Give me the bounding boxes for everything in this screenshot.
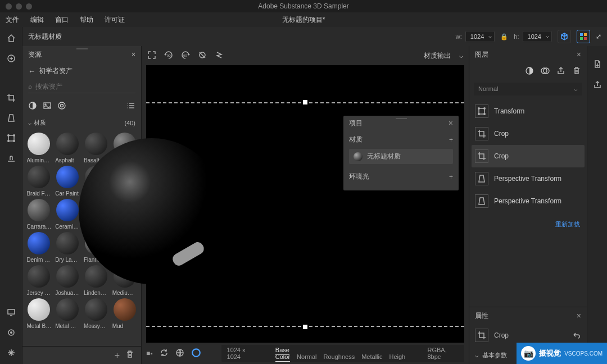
caret-down-icon[interactable]: ⌵: [28, 120, 31, 126]
trash-icon[interactable]: [572, 66, 581, 77]
filter-image-icon[interactable]: [43, 101, 52, 112]
height-select[interactable]: 1024: [523, 31, 552, 42]
perspective-icon[interactable]: [6, 112, 17, 124]
filter-material-icon[interactable]: [28, 101, 37, 112]
add-circle-icon[interactable]: [6, 53, 17, 64]
back-arrow-icon[interactable]: ←: [28, 67, 35, 75]
arrows-out-icon[interactable]: [147, 51, 156, 61]
menu-window[interactable]: 窗口: [55, 15, 69, 25]
layer-item[interactable]: Perspective Transform: [472, 190, 585, 212]
camera-logo-icon: 📷: [521, 346, 536, 361]
list-view-icon[interactable]: [126, 101, 135, 112]
asset-item[interactable]: Dry Lau…: [55, 232, 81, 263]
right-panels: 图层× Normal⌵ TransformCropCropPerspective…: [469, 46, 587, 364]
asset-item[interactable]: Mud: [111, 298, 138, 329]
asset-label: Dry Lau…: [55, 257, 80, 263]
refresh-icon[interactable]: [160, 348, 169, 359]
transform-icon[interactable]: [6, 133, 17, 144]
layers-title: 图层: [475, 50, 488, 60]
flip-v-icon[interactable]: [215, 51, 224, 61]
rotate-ccw-icon[interactable]: 90: [164, 51, 173, 61]
asset-item[interactable]: Joshua …: [55, 265, 81, 296]
add-env-icon[interactable]: +: [449, 173, 453, 181]
add-material-icon[interactable]: +: [449, 136, 453, 144]
share-icon[interactable]: [593, 80, 602, 91]
filter-ring-icon[interactable]: [57, 101, 66, 112]
rotate-cw-icon[interactable]: 90: [181, 51, 190, 61]
window-controls[interactable]: [0, 3, 32, 10]
camera-icon[interactable]: ■▪: [146, 349, 153, 357]
mask-circle-icon[interactable]: [525, 66, 534, 77]
search-input[interactable]: [35, 83, 135, 90]
cube-3d-icon[interactable]: [558, 30, 571, 43]
drag-handle-icon[interactable]: [76, 48, 88, 49]
asset-item[interactable]: Metal …: [55, 298, 81, 329]
gear-planet-icon[interactable]: [6, 327, 17, 338]
breadcrumb[interactable]: ← 初学者资产: [22, 63, 141, 79]
home-icon[interactable]: [6, 33, 17, 44]
grid-2d-icon[interactable]: [577, 30, 590, 43]
material-item[interactable]: 无标题材质: [349, 149, 453, 164]
sparkle-icon[interactable]: [6, 347, 17, 358]
crop-handle-bottom[interactable]: [302, 324, 308, 330]
close-icon[interactable]: ×: [132, 51, 135, 58]
lock-icon[interactable]: 🔒: [500, 33, 508, 40]
menu-edit[interactable]: 编辑: [30, 15, 44, 25]
delete-asset-icon[interactable]: [125, 350, 134, 361]
chevron-down-icon: ⌵: [459, 52, 463, 60]
blend-mode-select[interactable]: Normal⌵: [474, 83, 582, 95]
svg-text:90: 90: [183, 54, 187, 57]
crop-handle-top[interactable]: [302, 99, 308, 105]
asset-thumb-icon: [28, 166, 50, 188]
fullscreen-icon[interactable]: ⤢: [596, 33, 601, 40]
close-icon[interactable]: ×: [577, 50, 581, 59]
drag-handle-icon[interactable]: [396, 118, 407, 119]
asset-item[interactable]: Carrara…: [26, 199, 52, 230]
asset-item[interactable]: Metal B…: [26, 298, 52, 329]
asset-thumb-icon: [85, 133, 107, 155]
asset-item[interactable]: Denim …: [26, 232, 52, 263]
canvas[interactable]: 项目× 材质+ 无标题材质 环境光+: [146, 65, 464, 343]
undo-icon[interactable]: [572, 330, 581, 341]
close-icon[interactable]: ×: [449, 119, 453, 128]
svg-point-15: [45, 104, 46, 105]
asset-item[interactable]: Cerami…: [55, 199, 81, 230]
flip-h-icon[interactable]: [198, 51, 207, 61]
category-label[interactable]: 材质: [34, 119, 46, 126]
channel-tab[interactable]: Normal: [297, 353, 316, 360]
width-select[interactable]: 1024: [465, 31, 495, 42]
adjust-icon[interactable]: [541, 66, 550, 77]
layer-item[interactable]: Crop: [472, 145, 585, 167]
asset-item[interactable]: Jersey …: [26, 265, 52, 296]
chevron-down-icon[interactable]: ⌵: [475, 352, 479, 359]
channel-tab[interactable]: Metallic: [361, 353, 382, 360]
stamp-icon[interactable]: [6, 153, 17, 164]
channel-tab[interactable]: Roughness: [324, 353, 355, 360]
menu-help[interactable]: 帮助: [80, 15, 93, 25]
channel-tab[interactable]: Base Color: [275, 347, 290, 362]
asset-item[interactable]: Mossy…: [83, 298, 110, 329]
asset-item[interactable]: Alumin…: [26, 133, 52, 163]
menu-file[interactable]: 文件: [6, 15, 19, 25]
ring-active-icon[interactable]: [191, 348, 201, 360]
channel-tab[interactable]: Heigh: [389, 353, 406, 360]
channel-bar: 1024 x 1024 Base ColorNormalRoughnessMet…: [221, 345, 464, 362]
layer-item[interactable]: Transform: [472, 100, 585, 122]
reload-button[interactable]: 重新加载: [555, 221, 580, 228]
asset-item[interactable]: Asphalt: [55, 133, 81, 163]
export-icon[interactable]: [556, 66, 565, 77]
asset-item[interactable]: Linden…: [83, 265, 110, 296]
monitor-icon[interactable]: [6, 307, 17, 318]
add-asset-icon[interactable]: +: [115, 351, 120, 361]
layer-item[interactable]: Perspective Transform: [472, 167, 585, 190]
crop-icon[interactable]: [6, 92, 17, 103]
asset-item[interactable]: Car Paint: [55, 166, 81, 197]
export-file-icon[interactable]: [593, 60, 602, 70]
output-dropdown[interactable]: 材质输出 ⌵: [424, 51, 463, 61]
layer-label: Crop: [494, 152, 509, 160]
globe-icon[interactable]: [175, 348, 184, 359]
close-icon[interactable]: ×: [577, 311, 581, 320]
asset-item[interactable]: Braid F…: [26, 166, 52, 197]
layer-item[interactable]: Crop: [472, 122, 585, 145]
menu-license[interactable]: 许可证: [105, 15, 125, 25]
